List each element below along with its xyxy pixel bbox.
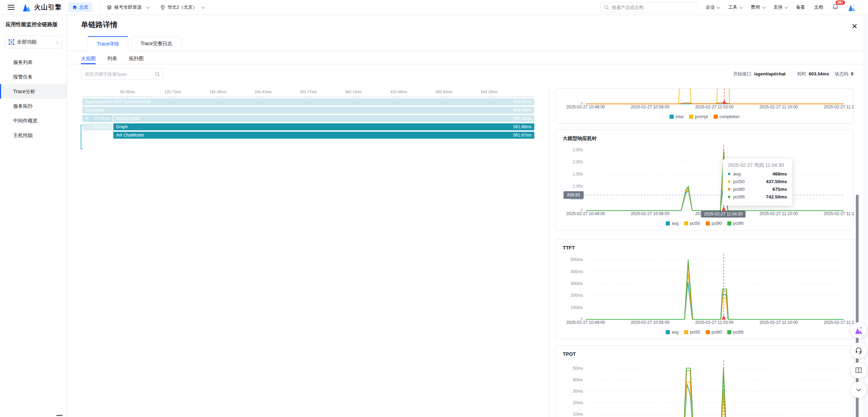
trace-info-item: 开始接口:/agent/api/chat: [733, 71, 786, 77]
overview-label: 总览: [79, 4, 88, 10]
product-search-box[interactable]: [600, 2, 696, 13]
nav-menu-文档[interactable]: 文档: [814, 4, 823, 10]
flame-span[interactable]: R.40.91ms: [82, 115, 113, 122]
divider: [791, 72, 792, 76]
flame-span[interactable]: ReAct Agent561.66ms: [113, 115, 534, 122]
sidebar-item-服务拓扑[interactable]: 服务拓扑: [0, 99, 67, 113]
legend-item-pct90[interactable]: pct90: [706, 221, 722, 226]
nav-menu-费用[interactable]: 费用: [751, 4, 764, 10]
chart-x-axis: 2025-02-27 10:49:002025-02-27 10:56:0020…: [563, 211, 846, 218]
chart-x-axis: 2025-02-27 10:49:002025-02-27 10:56:0020…: [563, 105, 846, 112]
flame-axis-tick: [354, 97, 354, 98]
trace-detail-drawer: 单链路详情 ✕ Trace详情Trace完整日志 火焰图列表拓扑图 开始接口:/…: [67, 15, 868, 417]
tooltip-header: 2025-02-27 周四 11:04:30: [728, 162, 787, 169]
nav-menu-企业[interactable]: 企业: [706, 4, 719, 10]
resource-selector-label: 账号全部资源: [114, 4, 141, 10]
chart-card-TTFT: TTFT500ms400ms300ms200ms100ms02025-02-27…: [555, 239, 854, 339]
all-features-button[interactable]: 全部功能 ›: [5, 35, 62, 49]
ai-assistant-icon[interactable]: [847, 3, 856, 11]
scroll-handle[interactable]: [56, 415, 63, 416]
sidebar-item-服务列表[interactable]: 服务列表: [0, 55, 67, 70]
overview-nav-button[interactable]: 总览: [68, 2, 92, 12]
chevron-down-icon: [739, 5, 743, 9]
sidebar-item-报警任务[interactable]: 报警任务: [0, 70, 67, 84]
hover-time-pill: 2025-02-27 11:04:30: [701, 211, 746, 218]
tab-bar: Trace详情Trace完整日志: [88, 36, 182, 51]
sidebar-item-Trace分析[interactable]: Trace分析: [0, 84, 67, 99]
flame-span[interactable]: EinoAgent603.03ms: [82, 107, 534, 114]
svg-text:0: 0: [581, 317, 583, 320]
resource-selector[interactable]: 账号全部资源: [107, 4, 148, 10]
collapse-fab[interactable]: [851, 382, 867, 398]
legend-item-total[interactable]: total: [670, 114, 683, 119]
legend-item-avg[interactable]: avg: [666, 330, 678, 335]
ai-assistant-fab[interactable]: [851, 322, 867, 338]
chevron-down-icon: [146, 5, 149, 9]
svg-text:40ms: 40ms: [573, 377, 583, 382]
tooltip-series-name: pct90: [733, 187, 745, 192]
brand-logo[interactable]: 火山引擎: [22, 3, 62, 12]
legend-swatch: [684, 221, 688, 226]
legend-item-pct99[interactable]: pct99: [727, 330, 743, 335]
flame-span-duration: 35.85ms: [93, 124, 109, 129]
flame-span[interactable]: /agent/api/chat GET /agent/api/chat603.5…: [82, 98, 534, 105]
subtab-火焰图[interactable]: 火焰图: [81, 53, 96, 64]
legend-label: pct50: [690, 221, 700, 226]
legend-label: pct99: [733, 330, 743, 335]
trace-info-value: 0: [851, 71, 853, 76]
docs-fab[interactable]: [851, 362, 867, 378]
notifications-button[interactable]: 99+: [832, 3, 838, 11]
subtab-列表[interactable]: 列表: [107, 53, 117, 64]
region-selector[interactable]: 华北2（北京）: [160, 4, 204, 10]
product-title: 应用性能监控全链路版: [0, 15, 67, 33]
nav-menu-备案[interactable]: 备案: [796, 4, 805, 10]
support-fab[interactable]: [851, 343, 867, 359]
flame-span[interactable]: Ark ChatModel561.67ms: [113, 132, 534, 139]
legend-swatch: [666, 330, 670, 334]
flame-span[interactable]: Graph561.68ms: [113, 123, 534, 130]
span-search-box[interactable]: [81, 68, 164, 80]
chart-plot: 50ms40ms30ms20ms10ms0: [563, 360, 846, 417]
sidebar-item-主机性能[interactable]: 主机性能: [0, 128, 67, 142]
flame-span-label: Graph: [116, 124, 128, 129]
legend-label: pct99: [733, 221, 743, 226]
layers-icon: [107, 5, 112, 10]
flame-span-duration: 561.67ms: [513, 133, 532, 138]
legend-item-completion[interactable]: completion: [714, 114, 740, 119]
chart-title: TTFT: [563, 239, 846, 254]
page-title: 单链路详情: [81, 20, 117, 30]
x-axis-label: 2025-02-27 10:56:00: [631, 211, 669, 216]
nav-menu-支持[interactable]: 支持: [773, 4, 787, 10]
tab-Trace详情[interactable]: Trace详情: [88, 36, 128, 51]
trace-info-item: 耗时:603.54ms: [797, 71, 829, 77]
hamburger-menu-icon[interactable]: [8, 5, 15, 10]
legend-item-avg[interactable]: avg: [666, 221, 678, 226]
tab-Trace完整日志[interactable]: Trace完整日志: [131, 36, 181, 51]
span-search-input[interactable]: [85, 72, 155, 77]
flame-row: Ark ChatModel561.67ms: [82, 132, 534, 139]
flame-span[interactable]: .35.85ms: [83, 123, 112, 130]
tooltip-series-name: pct50: [733, 179, 745, 184]
flame-row: .35.85msGraph561.68ms: [82, 123, 534, 130]
svg-text:0: 0: [581, 101, 583, 105]
x-axis-label: 2025-02-27 10:56:00: [631, 105, 669, 109]
chevron-down-icon: [762, 5, 765, 9]
legend-item-pct50[interactable]: pct50: [684, 221, 700, 226]
legend-label: pct90: [712, 221, 722, 226]
flame-axis-tick: [308, 97, 309, 98]
product-search-input[interactable]: [612, 5, 685, 10]
flame-span-duration: 561.68ms: [513, 124, 532, 129]
flame-span-duration: 603.54ms: [513, 99, 532, 104]
subtab-拓扑图[interactable]: 拓扑图: [129, 53, 144, 64]
page-scrollbar-track[interactable]: [864, 15, 868, 417]
flame-axis-tick-label: 482.83ms: [436, 90, 452, 94]
sidebar-item-中间件概览[interactable]: 中间件概览: [0, 113, 67, 128]
legend-item-prompt[interactable]: prompt: [689, 114, 708, 119]
top-navbar: 火山引擎 总览 账号全部资源 华北2（北京） 企业工具费用支持备案文档: [0, 0, 868, 15]
legend-item-pct90[interactable]: pct90: [706, 330, 722, 335]
home-icon: [72, 5, 77, 10]
nav-menu-工具[interactable]: 工具: [728, 4, 742, 10]
legend-item-pct99[interactable]: pct99: [727, 221, 743, 226]
close-icon[interactable]: ✕: [851, 23, 858, 30]
legend-item-pct50[interactable]: pct50: [684, 330, 700, 335]
